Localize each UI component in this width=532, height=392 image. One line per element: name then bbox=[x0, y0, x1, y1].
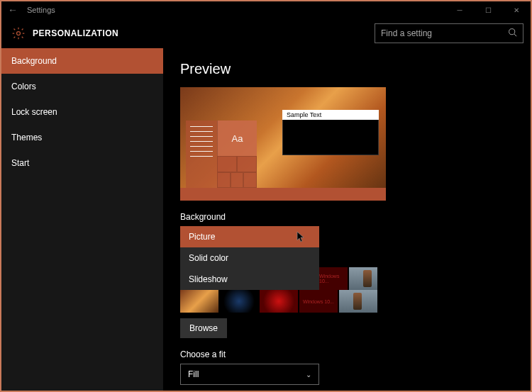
background-label: Background bbox=[180, 212, 514, 222]
back-button[interactable]: ← bbox=[1, 4, 24, 16]
body: Background Colors Lock screen Themes Sta… bbox=[1, 48, 531, 391]
thumbnail[interactable] bbox=[180, 290, 218, 313]
thumbnail-caption: Windows 10... bbox=[303, 299, 334, 304]
dropdown-option-solidcolor[interactable]: Solid color bbox=[180, 247, 319, 269]
sidebar-item-themes[interactable]: Themes bbox=[1, 125, 163, 150]
preview-heading: Preview bbox=[180, 61, 514, 77]
preview-tile-aa: Aa bbox=[217, 121, 257, 156]
thumbnail[interactable]: Windows 10... bbox=[299, 290, 338, 313]
window-title: Settings bbox=[24, 6, 445, 14]
thumbnail-caption: Windows 10... bbox=[319, 274, 348, 284]
minimize-button[interactable]: ─ bbox=[445, 1, 474, 18]
thumbnail[interactable] bbox=[220, 290, 258, 313]
sidebar-item-label: Colors bbox=[11, 82, 36, 91]
thumbnail[interactable] bbox=[260, 290, 298, 313]
header: PERSONALIZATION bbox=[1, 18, 531, 48]
content: Preview Aa Sample Text bbox=[163, 48, 531, 391]
search-icon bbox=[508, 28, 517, 39]
dropdown-list: Picture Solid color Slideshow bbox=[180, 226, 319, 290]
dropdown-option-slideshow[interactable]: Slideshow bbox=[180, 269, 319, 290]
thumbnail[interactable]: Windows 10... bbox=[319, 267, 348, 290]
page-title: PERSONALIZATION bbox=[33, 28, 375, 38]
desktop-preview: Aa Sample Text bbox=[180, 87, 386, 201]
preview-taskbar bbox=[180, 188, 386, 201]
background-dropdown[interactable]: Picture Solid color Slideshow bbox=[180, 226, 319, 290]
fit-dropdown[interactable]: Fill ⌄ bbox=[180, 364, 319, 385]
maximize-button[interactable]: ☐ bbox=[474, 1, 502, 18]
cursor-icon bbox=[297, 231, 306, 245]
preview-sample-body bbox=[282, 120, 379, 155]
sidebar-item-colors[interactable]: Colors bbox=[1, 74, 163, 99]
thumbnail-strip: Windows 10... bbox=[180, 290, 514, 313]
preview-tiles: Aa bbox=[217, 121, 257, 188]
fit-label: Choose a fit bbox=[180, 349, 514, 359]
fit-value: Fill bbox=[188, 369, 199, 379]
sidebar-item-lockscreen[interactable]: Lock screen bbox=[1, 99, 163, 125]
gear-icon bbox=[11, 26, 26, 40]
sidebar-item-label: Lock screen bbox=[11, 107, 57, 117]
close-button[interactable]: ✕ bbox=[502, 1, 531, 18]
preview-start-overlay: Aa bbox=[186, 121, 257, 188]
svg-point-1 bbox=[509, 29, 515, 35]
sidebar-item-label: Start bbox=[11, 158, 29, 168]
dropdown-option-label: Solid color bbox=[189, 253, 228, 263]
search-input[interactable] bbox=[381, 28, 508, 38]
preview-sample-window: Sample Text bbox=[282, 110, 379, 155]
sidebar-item-label: Themes bbox=[11, 133, 42, 142]
dropdown-option-label: Picture bbox=[189, 232, 215, 242]
browse-button[interactable]: Browse bbox=[180, 318, 227, 338]
titlebar: ← Settings ─ ☐ ✕ bbox=[1, 1, 531, 18]
search-box[interactable] bbox=[375, 23, 523, 43]
chevron-down-icon: ⌄ bbox=[306, 371, 311, 379]
thumbnail[interactable] bbox=[349, 267, 377, 290]
thumbnail[interactable] bbox=[339, 290, 377, 313]
sidebar: Background Colors Lock screen Themes Sta… bbox=[1, 48, 163, 391]
svg-line-2 bbox=[514, 34, 516, 36]
thumbnail-peek: Windows 10... bbox=[319, 267, 377, 290]
preview-sample-title: Sample Text bbox=[282, 110, 379, 120]
dropdown-option-label: Slideshow bbox=[189, 274, 228, 284]
dropdown-option-picture[interactable]: Picture bbox=[180, 226, 319, 247]
svg-point-0 bbox=[17, 32, 21, 35]
sidebar-item-background[interactable]: Background bbox=[1, 48, 163, 74]
preview-start-list bbox=[186, 121, 217, 188]
window-controls: ─ ☐ ✕ bbox=[445, 1, 531, 18]
settings-window: ← Settings ─ ☐ ✕ PERSONALIZATION Backgro… bbox=[1, 1, 531, 391]
sidebar-item-start[interactable]: Start bbox=[1, 150, 163, 176]
sidebar-item-label: Background bbox=[11, 56, 57, 66]
